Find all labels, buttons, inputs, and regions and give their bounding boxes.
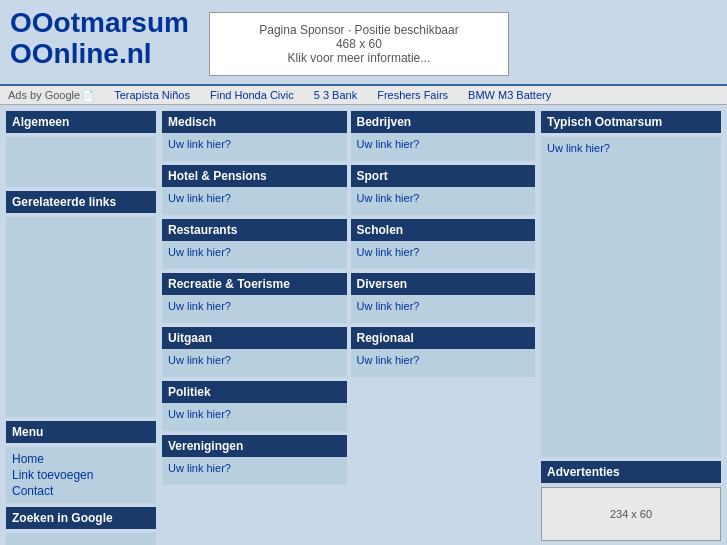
regionaal-link[interactable]: Uw link hier?	[357, 354, 420, 366]
sponsor-line2: 468 x 60	[230, 37, 488, 51]
uitgaan-header: Uitgaan	[162, 327, 347, 349]
uitgaan-link[interactable]: Uw link hier?	[168, 354, 231, 366]
category-medisch: Medisch Uw link hier?	[162, 111, 347, 161]
sport-header: Sport	[351, 165, 536, 187]
zoeken-header: Zoeken in Google	[6, 507, 156, 529]
category-diversen: Diversen Uw link hier?	[351, 273, 536, 323]
category-uitgaan: Uitgaan Uw link hier?	[162, 327, 347, 377]
category-recreatie: Recreatie & Toerisme Uw link hier?	[162, 273, 347, 323]
row-1: Medisch Uw link hier? Bedrijven Uw link …	[162, 111, 535, 161]
algemeen-body	[6, 137, 156, 187]
diversen-header: Diversen	[351, 273, 536, 295]
recreatie-header: Recreatie & Toerisme	[162, 273, 347, 295]
menu-link-toevoegen[interactable]: Link toevoegen	[12, 467, 150, 483]
content: Medisch Uw link hier? Bedrijven Uw link …	[162, 111, 535, 545]
verenigingen-header: Verenigingen	[162, 435, 347, 457]
menu-body: Home Link toevoegen Contact	[6, 447, 156, 503]
row-3: Restaurants Uw link hier? Scholen Uw lin…	[162, 219, 535, 269]
zoeken-body	[6, 533, 156, 545]
typisch-header: Typisch Ootmarsum	[541, 111, 721, 133]
category-hotel: Hotel & Pensions Uw link hier?	[162, 165, 347, 215]
ad-link-2[interactable]: Find Honda Civic	[210, 89, 294, 101]
ad-link-4[interactable]: Freshers Fairs	[377, 89, 448, 101]
politiek-link[interactable]: Uw link hier?	[168, 408, 231, 420]
scholen-header: Scholen	[351, 219, 536, 241]
medisch-header: Medisch	[162, 111, 347, 133]
row-7: Verenigingen Uw link hier?	[162, 435, 535, 485]
sponsor-box[interactable]: Pagina Sponsor · Positie beschikbaar 468…	[209, 12, 509, 76]
algemeen-header: Algemeen	[6, 111, 156, 133]
hotel-header: Hotel & Pensions	[162, 165, 347, 187]
politiek-body: Uw link hier?	[162, 403, 347, 431]
recreatie-link[interactable]: Uw link hier?	[168, 300, 231, 312]
row-4: Recreatie & Toerisme Uw link hier? Diver…	[162, 273, 535, 323]
hotel-link[interactable]: Uw link hier?	[168, 192, 231, 204]
header: OOotmarsum OOnline.nl Pagina Sponsor · P…	[0, 0, 727, 84]
ad-link-3[interactable]: 5 3 Bank	[314, 89, 357, 101]
left-sidebar: Algemeen Gerelateerde links Menu Home Li…	[6, 111, 156, 545]
recreatie-body: Uw link hier?	[162, 295, 347, 323]
diversen-link[interactable]: Uw link hier?	[357, 300, 420, 312]
menu-header: Menu	[6, 421, 156, 443]
regionaal-header: Regionaal	[351, 327, 536, 349]
restaurants-body: Uw link hier?	[162, 241, 347, 269]
regionaal-body: Uw link hier?	[351, 349, 536, 377]
category-restaurants: Restaurants Uw link hier?	[162, 219, 347, 269]
ads-label: Ads by Google	[8, 89, 80, 101]
diversen-body: Uw link hier?	[351, 295, 536, 323]
menu-home[interactable]: Home	[12, 451, 150, 467]
row-5: Uitgaan Uw link hier? Regionaal Uw link …	[162, 327, 535, 377]
typisch-body: Uw link hier?	[541, 137, 721, 457]
right-sidebar: Typisch Ootmarsum Uw link hier? Adverten…	[541, 111, 721, 545]
logo-text2: Online.nl	[32, 38, 152, 69]
logo-text1: Ootmarsum	[32, 7, 189, 38]
uitgaan-body: Uw link hier?	[162, 349, 347, 377]
scholen-link[interactable]: Uw link hier?	[357, 246, 420, 258]
category-regionaal: Regionaal Uw link hier?	[351, 327, 536, 377]
restaurants-link[interactable]: Uw link hier?	[168, 246, 231, 258]
scholen-body: Uw link hier?	[351, 241, 536, 269]
hotel-body: Uw link hier?	[162, 187, 347, 215]
sponsor-line3: Klik voor meer informatie...	[230, 51, 488, 65]
medisch-link[interactable]: Uw link hier?	[168, 138, 231, 150]
ad-link-1[interactable]: Terapista Niños	[114, 89, 190, 101]
category-sport: Sport Uw link hier?	[351, 165, 536, 215]
bedrijven-body: Uw link hier?	[351, 133, 536, 161]
logo-o1: O	[10, 7, 32, 38]
gerelateerde-body	[6, 217, 156, 417]
sponsor-line1: Pagina Sponsor · Positie beschikbaar	[230, 23, 488, 37]
ad-banner: 234 x 60	[541, 487, 721, 541]
category-scholen: Scholen Uw link hier?	[351, 219, 536, 269]
verenigingen-link[interactable]: Uw link hier?	[168, 462, 231, 474]
sport-body: Uw link hier?	[351, 187, 536, 215]
medisch-body: Uw link hier?	[162, 133, 347, 161]
logo-o2: O	[10, 38, 32, 69]
bedrijven-header: Bedrijven	[351, 111, 536, 133]
row-6: Politiek Uw link hier?	[162, 381, 535, 431]
restaurants-header: Restaurants	[162, 219, 347, 241]
menu-contact[interactable]: Contact	[12, 483, 150, 499]
gerelateerde-header: Gerelateerde links	[6, 191, 156, 213]
ad-link-5[interactable]: BMW M3 Battery	[468, 89, 551, 101]
advertenties-header: Advertenties	[541, 461, 721, 483]
row-2: Hotel & Pensions Uw link hier? Sport Uw …	[162, 165, 535, 215]
logo: OOotmarsum OOnline.nl	[10, 8, 189, 70]
main: Algemeen Gerelateerde links Menu Home Li…	[0, 105, 727, 545]
ad-bar: Ads by Google 📄 Terapista Niños Find Hon…	[0, 84, 727, 105]
bedrijven-link[interactable]: Uw link hier?	[357, 138, 420, 150]
ad-size-label: 234 x 60	[610, 508, 652, 520]
category-verenigingen: Verenigingen Uw link hier?	[162, 435, 347, 485]
typisch-link[interactable]: Uw link hier?	[547, 142, 610, 154]
sport-link[interactable]: Uw link hier?	[357, 192, 420, 204]
ads-icon: 📄	[82, 90, 94, 101]
ads-by-google: Ads by Google 📄	[8, 89, 94, 101]
category-politiek: Politiek Uw link hier?	[162, 381, 347, 431]
verenigingen-body: Uw link hier?	[162, 457, 347, 485]
politiek-header: Politiek	[162, 381, 347, 403]
category-bedrijven: Bedrijven Uw link hier?	[351, 111, 536, 161]
